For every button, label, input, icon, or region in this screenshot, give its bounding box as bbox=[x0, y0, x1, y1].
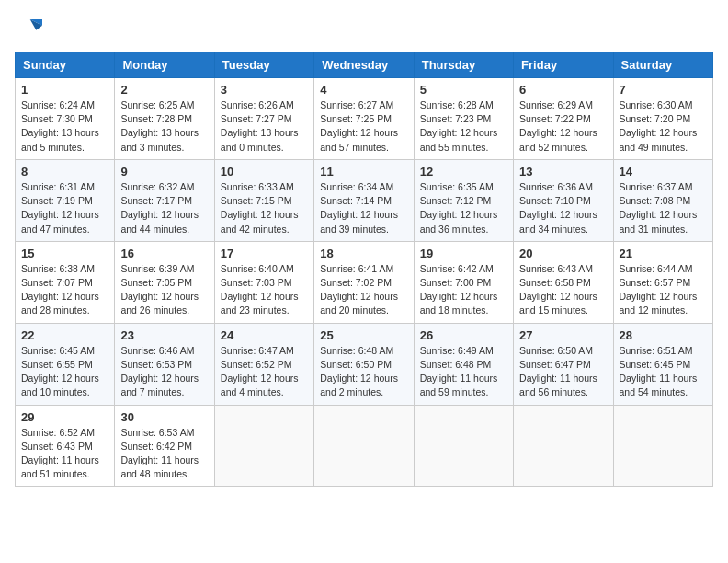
calendar-cell: 13Sunrise: 6:36 AMSunset: 7:10 PMDayligh… bbox=[514, 159, 613, 241]
day-number: 1 bbox=[21, 83, 108, 97]
calendar-cell bbox=[514, 405, 613, 487]
calendar-cell: 17Sunrise: 6:40 AMSunset: 7:03 PMDayligh… bbox=[214, 241, 313, 323]
calendar-cell bbox=[314, 405, 414, 487]
calendar-cell: 25Sunrise: 6:48 AMSunset: 6:50 PMDayligh… bbox=[314, 323, 414, 405]
calendar-cell: 8Sunrise: 6:31 AMSunset: 7:19 PMDaylight… bbox=[16, 159, 115, 241]
daylight-label: Daylight: 12 hours and 18 minutes. bbox=[420, 291, 498, 316]
day-number: 27 bbox=[519, 328, 607, 342]
daylight-label: Daylight: 12 hours and 52 minutes. bbox=[519, 127, 597, 152]
sunset-label: Sunset: 7:19 PM bbox=[21, 195, 93, 206]
page-header bbox=[15, 15, 713, 42]
daylight-label: Daylight: 12 hours and 10 minutes. bbox=[21, 373, 99, 397]
daylight-label: Daylight: 12 hours and 49 minutes. bbox=[620, 127, 698, 152]
calendar-cell: 5Sunrise: 6:28 AMSunset: 7:23 PMDaylight… bbox=[414, 78, 513, 160]
sunrise-label: Sunrise: 6:28 AM bbox=[420, 99, 494, 110]
cell-content: Sunrise: 6:50 AMSunset: 6:47 PMDaylight:… bbox=[519, 344, 607, 400]
cell-content: Sunrise: 6:47 AMSunset: 6:52 PMDaylight:… bbox=[221, 344, 308, 400]
daylight-label: Daylight: 12 hours and 7 minutes. bbox=[120, 373, 199, 397]
sunrise-label: Sunrise: 6:34 AM bbox=[320, 181, 393, 192]
calendar-cell: 19Sunrise: 6:42 AMSunset: 7:00 PMDayligh… bbox=[414, 241, 513, 323]
day-number: 3 bbox=[221, 83, 308, 97]
sunset-label: Sunset: 6:58 PM bbox=[519, 277, 591, 288]
calendar-cell: 1Sunrise: 6:24 AMSunset: 7:30 PMDaylight… bbox=[16, 78, 115, 160]
sunrise-label: Sunrise: 6:41 AM bbox=[320, 263, 393, 274]
daylight-label: Daylight: 12 hours and 31 minutes. bbox=[620, 209, 698, 234]
daylight-label: Daylight: 12 hours and 20 minutes. bbox=[320, 291, 398, 316]
sunset-label: Sunset: 7:15 PM bbox=[221, 195, 292, 206]
calendar-cell: 26Sunrise: 6:49 AMSunset: 6:48 PMDayligh… bbox=[414, 323, 513, 405]
sunrise-label: Sunrise: 6:51 AM bbox=[620, 345, 693, 356]
day-number: 29 bbox=[21, 410, 108, 424]
calendar-header-tuesday: Tuesday bbox=[214, 52, 313, 78]
sunrise-label: Sunrise: 6:47 AM bbox=[221, 345, 294, 356]
sunset-label: Sunset: 7:02 PM bbox=[320, 277, 392, 288]
sunrise-label: Sunrise: 6:48 AM bbox=[320, 345, 393, 356]
calendar-cell: 12Sunrise: 6:35 AMSunset: 7:12 PMDayligh… bbox=[414, 159, 513, 241]
sunrise-label: Sunrise: 6:50 AM bbox=[519, 345, 593, 356]
calendar-week-row: 1Sunrise: 6:24 AMSunset: 7:30 PMDaylight… bbox=[16, 78, 713, 160]
sunrise-label: Sunrise: 6:45 AM bbox=[21, 345, 95, 356]
daylight-label: Daylight: 12 hours and 2 minutes. bbox=[320, 373, 398, 397]
day-number: 5 bbox=[420, 83, 507, 97]
sunset-label: Sunset: 6:45 PM bbox=[620, 359, 691, 370]
sunset-label: Sunset: 6:48 PM bbox=[420, 359, 492, 370]
daylight-label: Daylight: 12 hours and 42 minutes. bbox=[221, 209, 299, 234]
logo-icon bbox=[15, 15, 42, 42]
day-number: 16 bbox=[120, 247, 208, 260]
sunset-label: Sunset: 7:20 PM bbox=[620, 113, 691, 124]
calendar-header-thursday: Thursday bbox=[414, 52, 513, 78]
cell-content: Sunrise: 6:25 AMSunset: 7:28 PMDaylight:… bbox=[120, 98, 208, 155]
cell-content: Sunrise: 6:49 AMSunset: 6:48 PMDaylight:… bbox=[420, 344, 507, 400]
daylight-label: Daylight: 12 hours and 28 minutes. bbox=[21, 291, 99, 316]
daylight-label: Daylight: 12 hours and 44 minutes. bbox=[120, 209, 199, 234]
calendar-cell: 18Sunrise: 6:41 AMSunset: 7:02 PMDayligh… bbox=[314, 241, 414, 323]
sunrise-label: Sunrise: 6:46 AM bbox=[120, 345, 194, 356]
calendar-cell: 2Sunrise: 6:25 AMSunset: 7:28 PMDaylight… bbox=[115, 78, 214, 160]
day-number: 19 bbox=[420, 247, 507, 260]
calendar-week-row: 22Sunrise: 6:45 AMSunset: 6:55 PMDayligh… bbox=[16, 323, 713, 405]
sunrise-label: Sunrise: 6:24 AM bbox=[21, 99, 95, 110]
calendar-cell: 14Sunrise: 6:37 AMSunset: 7:08 PMDayligh… bbox=[613, 159, 712, 241]
cell-content: Sunrise: 6:27 AMSunset: 7:25 PMDaylight:… bbox=[320, 98, 407, 155]
sunrise-label: Sunrise: 6:37 AM bbox=[620, 181, 693, 192]
calendar-cell bbox=[613, 405, 712, 487]
daylight-label: Daylight: 12 hours and 34 minutes. bbox=[519, 209, 597, 234]
cell-content: Sunrise: 6:24 AMSunset: 7:30 PMDaylight:… bbox=[21, 98, 108, 155]
sunset-label: Sunset: 7:05 PM bbox=[120, 277, 192, 288]
day-number: 30 bbox=[120, 410, 208, 424]
daylight-label: Daylight: 11 hours and 59 minutes. bbox=[420, 373, 498, 397]
sunset-label: Sunset: 7:12 PM bbox=[420, 195, 492, 206]
day-number: 18 bbox=[320, 247, 407, 260]
day-number: 26 bbox=[420, 328, 507, 342]
cell-content: Sunrise: 6:39 AMSunset: 7:05 PMDaylight:… bbox=[120, 262, 208, 318]
daylight-label: Daylight: 12 hours and 15 minutes. bbox=[519, 291, 597, 316]
daylight-label: Daylight: 12 hours and 36 minutes. bbox=[420, 209, 498, 234]
sunrise-label: Sunrise: 6:39 AM bbox=[120, 263, 194, 274]
sunrise-label: Sunrise: 6:27 AM bbox=[320, 99, 393, 110]
calendar-cell: 7Sunrise: 6:30 AMSunset: 7:20 PMDaylight… bbox=[613, 78, 712, 160]
calendar-cell: 6Sunrise: 6:29 AMSunset: 7:22 PMDaylight… bbox=[514, 78, 613, 160]
sunrise-label: Sunrise: 6:42 AM bbox=[420, 263, 494, 274]
sunrise-label: Sunrise: 6:32 AM bbox=[120, 181, 194, 192]
cell-content: Sunrise: 6:52 AMSunset: 6:43 PMDaylight:… bbox=[21, 426, 108, 482]
sunset-label: Sunset: 7:22 PM bbox=[519, 113, 591, 124]
sunrise-label: Sunrise: 6:33 AM bbox=[221, 181, 294, 192]
day-number: 25 bbox=[320, 328, 407, 342]
sunrise-label: Sunrise: 6:30 AM bbox=[620, 99, 693, 110]
calendar-header-row: SundayMondayTuesdayWednesdayThursdayFrid… bbox=[16, 52, 713, 78]
day-number: 11 bbox=[320, 165, 407, 178]
sunrise-label: Sunrise: 6:49 AM bbox=[420, 345, 494, 356]
calendar-cell: 30Sunrise: 6:53 AMSunset: 6:42 PMDayligh… bbox=[115, 405, 214, 487]
sunset-label: Sunset: 7:17 PM bbox=[120, 195, 192, 206]
sunrise-label: Sunrise: 6:31 AM bbox=[21, 181, 95, 192]
calendar-cell bbox=[214, 405, 313, 487]
calendar-cell bbox=[414, 405, 513, 487]
calendar-cell: 24Sunrise: 6:47 AMSunset: 6:52 PMDayligh… bbox=[214, 323, 313, 405]
sunset-label: Sunset: 7:10 PM bbox=[519, 195, 591, 206]
sunset-label: Sunset: 7:00 PM bbox=[420, 277, 492, 288]
sunset-label: Sunset: 7:03 PM bbox=[221, 277, 292, 288]
cell-content: Sunrise: 6:53 AMSunset: 6:42 PMDaylight:… bbox=[120, 426, 208, 482]
daylight-label: Daylight: 12 hours and 26 minutes. bbox=[120, 291, 199, 316]
calendar-header-friday: Friday bbox=[514, 52, 613, 78]
day-number: 24 bbox=[221, 328, 308, 342]
